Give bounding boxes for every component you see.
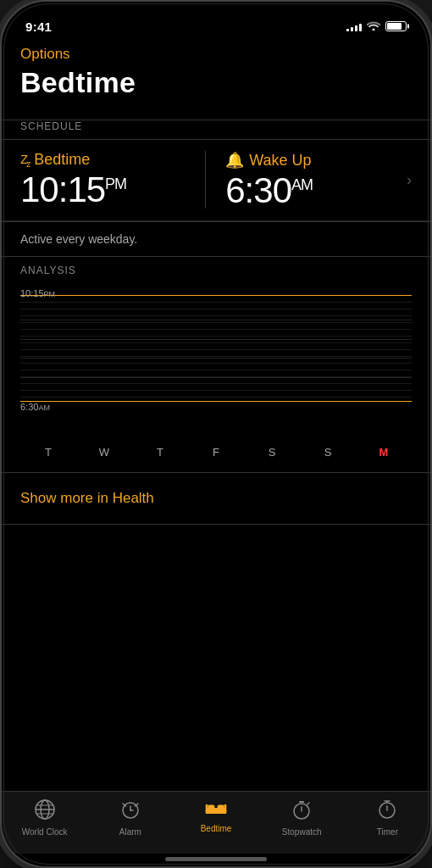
signal-bar-3 (355, 25, 357, 31)
battery-fill (387, 23, 402, 30)
schedule-chevron-icon: › (407, 171, 412, 189)
timer-icon (376, 798, 398, 824)
wakeup-item[interactable]: 🔔 Wake Up 6:30AM (212, 151, 403, 209)
tab-world-clock[interactable]: World Clock (2, 798, 87, 837)
tab-alarm-label: Alarm (119, 827, 141, 837)
chart-top-label: 10:15PM (20, 288, 55, 298)
grid-line-4 (20, 377, 412, 378)
day-F: F (203, 446, 229, 459)
alarm-icon (119, 798, 141, 824)
svg-rect-13 (206, 804, 208, 814)
svg-rect-12 (218, 805, 224, 810)
tab-alarm[interactable]: Alarm (87, 798, 173, 837)
world-clock-icon (34, 798, 56, 824)
svg-rect-17 (299, 801, 304, 803)
tab-timer-label: Timer (377, 827, 398, 837)
bedtime-ampm: PM (105, 175, 126, 192)
signal-bar-2 (351, 27, 353, 31)
wakeup-time: 6:30AM (225, 173, 403, 209)
bedtime-item[interactable]: Zz Bedtime 10:15PM (20, 151, 198, 209)
wakeup-label: Wake Up (249, 152, 311, 170)
tab-world-clock-label: World Clock (22, 827, 68, 837)
grid-line-2 (20, 339, 412, 340)
bedtime-header: Zz Bedtime (20, 151, 198, 169)
day-M-today: M (371, 446, 396, 459)
active-text: Active every weekday. (2, 222, 430, 256)
tab-bedtime[interactable]: Bedtime (173, 798, 258, 837)
bell-icon: 🔔 (225, 151, 244, 170)
day-W: W (91, 446, 117, 459)
bedtime-time: 10:15PM (20, 172, 198, 208)
notch (157, 2, 275, 25)
schedule-row[interactable]: Zz Bedtime 10:15PM 🔔 Wake Up 6:30AM (2, 139, 430, 221)
signal-bars-icon (346, 21, 362, 31)
chart-top-line (20, 295, 412, 296)
schedule-vertical-divider (205, 151, 206, 209)
svg-rect-11 (208, 805, 214, 810)
wakeup-ampm: AM (291, 176, 313, 193)
chart-bottom-line (20, 401, 412, 402)
page-title: Bedtime (20, 66, 412, 99)
day-S2: S (315, 446, 341, 459)
header: Options Bedtime (2, 39, 430, 120)
bedtime-zzz-icon: Zz (20, 152, 29, 169)
wifi-icon (367, 19, 380, 33)
tab-stopwatch-label: Stopwatch (282, 827, 322, 837)
signal-bar-1 (346, 29, 349, 31)
tab-bedtime-label: Bedtime (201, 824, 232, 833)
svg-line-18 (307, 803, 309, 804)
tab-timer[interactable]: Timer (345, 798, 430, 837)
show-more-bottom-divider (2, 524, 430, 525)
tab-bar: World Clock Alarm (2, 791, 430, 854)
show-more-health-link[interactable]: Show more in Health (20, 490, 154, 506)
signal-bar-4 (359, 24, 362, 31)
bedtime-tab-icon (204, 798, 228, 821)
bedtime-hour: 10:15 (20, 170, 105, 209)
main-content: Options Bedtime SCHEDULE Zz Bedtime 10:1… (2, 39, 430, 791)
status-time: 9:41 (25, 19, 52, 34)
tab-stopwatch[interactable]: Stopwatch (259, 798, 345, 837)
svg-rect-14 (224, 804, 227, 814)
analysis-section-label: ANALYSIS (2, 256, 430, 276)
status-icons (346, 19, 407, 33)
wakeup-hour: 6:30 (225, 170, 291, 210)
wakeup-header: 🔔 Wake Up (225, 151, 403, 170)
show-more-section: Show more in Health (2, 473, 430, 524)
day-S1: S (259, 446, 285, 459)
grid-line-1 (20, 320, 412, 320)
stopwatch-icon (291, 798, 313, 824)
day-T2: T (147, 446, 173, 459)
phone-frame: 9:41 (0, 0, 432, 868)
home-indicator (165, 857, 267, 861)
schedule-section-label: SCHEDULE (2, 120, 430, 132)
analysis-chart: 10:15PM 6:30AM (20, 283, 412, 436)
day-labels: T W T F S S M (2, 439, 430, 459)
chart-bottom-label: 6:30AM (20, 402, 50, 412)
battery-icon (385, 21, 407, 31)
options-button[interactable]: Options (20, 46, 70, 63)
grid-line-3 (20, 358, 412, 359)
phone-screen: 9:41 (2, 2, 430, 866)
day-T1: T (36, 446, 61, 459)
chart-grid (20, 300, 412, 397)
bedtime-label: Bedtime (34, 151, 90, 169)
